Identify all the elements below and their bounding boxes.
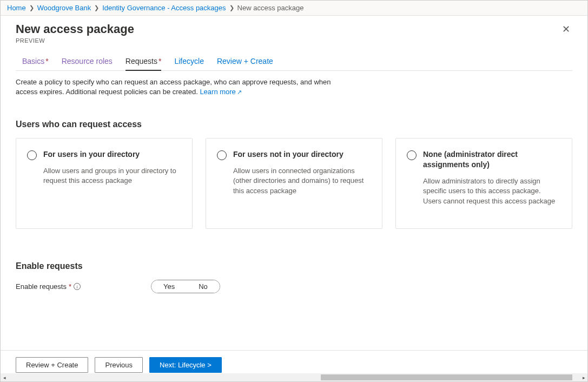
breadcrumb-link-home[interactable]: Home xyxy=(7,4,26,12)
required-asterisk: * xyxy=(69,282,71,291)
enable-requests-toggle: Yes No xyxy=(151,280,220,293)
toggle-yes[interactable]: Yes xyxy=(151,280,187,293)
breadcrumb-link-woodgrove[interactable]: Woodgrove Bank xyxy=(37,4,91,12)
required-asterisk: * xyxy=(158,57,161,65)
scroll-track[interactable] xyxy=(8,373,580,381)
policy-description-text: Create a policy to specify who can reque… xyxy=(16,78,331,96)
external-link-icon: ↗ xyxy=(237,89,242,95)
breadcrumb-current: New access package xyxy=(237,4,304,12)
chevron-right-icon: ❯ xyxy=(29,4,34,11)
tab-basics-label: Basics xyxy=(22,57,44,65)
card-title: For users in your directory xyxy=(43,149,181,160)
chevron-right-icon: ❯ xyxy=(94,4,99,11)
section-heading-enable: Enable requests xyxy=(16,261,572,271)
close-icon[interactable]: ✕ xyxy=(560,22,572,36)
tab-bar: Basics* Resource roles Requests* Lifecyc… xyxy=(16,46,572,71)
scroll-left-icon[interactable]: ◂ xyxy=(1,373,8,381)
request-type-cards: For users in your directory Allow users … xyxy=(16,138,572,229)
toggle-no[interactable]: No xyxy=(187,280,220,293)
scroll-thumb[interactable] xyxy=(321,374,572,380)
radio-users-not-in-directory[interactable] xyxy=(217,150,227,160)
section-heading-users: Users who can request access xyxy=(16,120,572,129)
card-desc: Allow users and groups in your directory… xyxy=(43,166,181,186)
info-icon[interactable]: i xyxy=(74,283,81,290)
breadcrumb: Home ❯ Woodgrove Bank ❯ Identity Governa… xyxy=(1,1,587,16)
tab-resource-roles[interactable]: Resource roles xyxy=(62,57,113,70)
footer-actions: Review + Create Previous Next: Lifecycle… xyxy=(1,350,587,373)
card-none-admin-only[interactable]: None (administrator direct assignments o… xyxy=(395,138,572,229)
horizontal-scrollbar[interactable]: ◂ ▸ xyxy=(1,373,587,381)
preview-label: PREVIEW xyxy=(16,37,134,44)
previous-button[interactable]: Previous xyxy=(95,357,143,373)
radio-users-in-directory[interactable] xyxy=(27,150,37,160)
card-users-not-in-directory[interactable]: For users not in your directory Allow us… xyxy=(206,138,382,229)
tab-basics[interactable]: Basics* xyxy=(22,57,49,70)
chevron-right-icon: ❯ xyxy=(229,4,234,11)
tab-requests[interactable]: Requests* xyxy=(125,57,162,71)
enable-requests-label-text: Enable requests xyxy=(16,282,67,291)
card-desc: Allow users in connected organizations (… xyxy=(233,166,371,196)
card-title: For users not in your directory xyxy=(233,149,371,160)
learn-more-label: Learn more xyxy=(200,88,235,96)
card-title: None (administrator direct assignments o… xyxy=(423,149,561,170)
scroll-right-icon[interactable]: ▸ xyxy=(580,373,587,381)
enable-requests-label: Enable requests * i xyxy=(16,282,151,291)
page-title: New access package xyxy=(16,22,134,36)
card-desc: Allow administrators to directly assign … xyxy=(423,176,561,206)
next-button[interactable]: Next: Lifecycle > xyxy=(149,357,222,373)
radio-none-admin-only[interactable] xyxy=(407,150,417,160)
policy-description: Create a policy to specify who can reque… xyxy=(16,77,351,97)
review-create-button[interactable]: Review + Create xyxy=(16,357,88,373)
card-users-in-directory[interactable]: For users in your directory Allow users … xyxy=(16,138,193,229)
tab-lifecycle[interactable]: Lifecycle xyxy=(174,57,203,70)
required-asterisk: * xyxy=(45,57,48,65)
tab-requests-label: Requests xyxy=(125,57,157,65)
breadcrumb-link-governance[interactable]: Identity Governance - Access packages xyxy=(102,4,226,12)
learn-more-link[interactable]: Learn more↗ xyxy=(200,88,241,96)
tab-review-create[interactable]: Review + Create xyxy=(217,57,273,70)
